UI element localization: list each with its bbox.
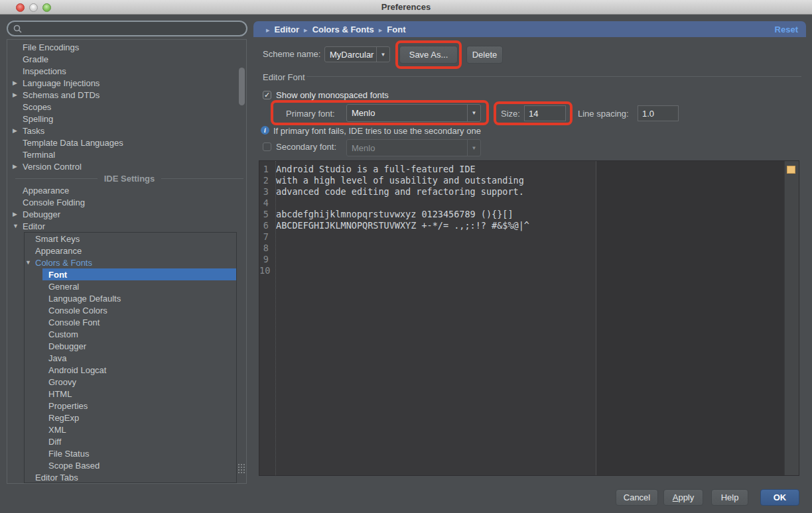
preview-line: 6 ABCDEFGHIJKLMNOPQRSTUVWXYZ +-*/= .,;:!…	[259, 220, 799, 231]
help-button[interactable]: Help	[711, 489, 748, 506]
tree-item[interactable]: HTML	[25, 388, 236, 400]
breadcrumb-item[interactable]: Editor	[261, 25, 299, 34]
tree-item[interactable]: RegExp	[25, 412, 236, 424]
tree-item[interactable]: Language Defaults	[25, 292, 236, 304]
secondary-font-checkbox[interactable]	[263, 142, 271, 151]
save-as-button[interactable]: Save As...	[399, 46, 458, 64]
tree-item[interactable]: Console Colors	[25, 304, 236, 316]
tree-item[interactable]: Inspections	[7, 65, 246, 77]
settings-search-box[interactable]	[7, 21, 247, 36]
title-bar: Preferences	[0, 0, 812, 15]
tree-item[interactable]: IDE Settings	[7, 172, 246, 184]
search-input[interactable]	[25, 24, 224, 34]
settings-tree: File Encodings Gradle Inspections Langua…	[7, 41, 246, 232]
section-title: Editor Font	[263, 72, 305, 82]
tree-item[interactable]: Diff	[25, 435, 236, 447]
tree-item[interactable]: Groovy	[25, 376, 236, 388]
size-field[interactable]: 14	[524, 105, 566, 121]
tree-item[interactable]: Spelling	[7, 113, 246, 125]
chevron-down-icon[interactable]: ▼	[376, 47, 389, 62]
breadcrumb-item[interactable]: Colors & Fonts	[299, 25, 374, 34]
tree-item[interactable]: Template Data Languages	[7, 137, 246, 148]
preferences-window: Preferences File Encodings Gradle Inspec…	[0, 0, 812, 513]
tree-item[interactable]: Schemas and DTDs	[7, 89, 246, 101]
preview-line: 9	[259, 254, 799, 265]
preview-line: 2 with a high level of usability and out…	[259, 175, 799, 186]
cancel-button[interactable]: Cancel	[616, 489, 658, 506]
tree-item[interactable]: Colors & Fonts	[25, 256, 236, 268]
tree-item[interactable]: Properties	[25, 400, 236, 412]
expand-arrow-icon[interactable]	[13, 80, 23, 86]
expand-arrow-icon[interactable]	[13, 223, 23, 229]
tree-item[interactable]: Editor	[7, 220, 246, 232]
ok-button[interactable]: OK	[760, 489, 799, 506]
stripe-marker[interactable]	[787, 166, 795, 174]
secondary-font-combobox: Menlo ▼	[346, 139, 481, 156]
preview-lines: 1 Android Studio is a full-featured IDE …	[259, 164, 799, 276]
line-number: 9	[259, 254, 271, 265]
tree-item[interactable]: Tasks	[7, 125, 246, 137]
tree-item[interactable]: Gradle	[7, 53, 246, 65]
expand-arrow-icon[interactable]	[13, 127, 23, 134]
breadcrumb-item[interactable]: Font	[374, 25, 406, 34]
line-number: 5	[259, 209, 271, 220]
tree-item[interactable]: General	[25, 280, 236, 292]
info-icon: i	[261, 126, 269, 135]
primary-font-combobox[interactable]: Menlo ▼	[346, 104, 481, 122]
tree-item[interactable]: File Status	[25, 447, 236, 459]
line-number: 10	[259, 265, 273, 276]
secondary-font-label: Secondary font:	[276, 142, 336, 152]
preview-line: 7	[259, 231, 799, 243]
tree-item[interactable]: Language Injections	[7, 77, 246, 89]
tree-item[interactable]: Editor Tabs	[25, 471, 236, 483]
tree-item[interactable]: Console Folding	[7, 196, 246, 208]
tree-item[interactable]: XML	[25, 424, 236, 435]
chevron-down-icon[interactable]: ▼	[467, 105, 480, 121]
line-spacing-field[interactable]: 1.0	[638, 105, 679, 121]
delete-button[interactable]: Delete	[466, 46, 503, 64]
expand-arrow-icon[interactable]	[13, 211, 23, 217]
tree-item[interactable]: File Encodings	[7, 41, 246, 53]
line-number: 7	[259, 231, 271, 243]
expand-arrow-icon[interactable]	[13, 91, 23, 98]
settings-sidebar: File Encodings Gradle Inspections Langua…	[7, 39, 247, 484]
scheme-name-value: MyDarcular	[325, 50, 376, 60]
tree-item[interactable]: Smart Keys	[25, 233, 236, 245]
expand-arrow-icon[interactable]	[25, 259, 35, 266]
section-divider	[306, 76, 801, 77]
tree-item[interactable]: Java	[25, 352, 236, 364]
font-preview-editor[interactable]: 1 Android Studio is a full-featured IDE …	[259, 160, 799, 476]
preview-line: 10	[259, 265, 799, 276]
line-number: 2	[259, 175, 271, 186]
primary-font-value: Menlo	[347, 108, 467, 118]
preview-line: 8	[259, 243, 799, 254]
size-label: Size:	[501, 109, 520, 119]
tree-item[interactable]: Console Font	[25, 316, 236, 328]
tree-item[interactable]: Scopes	[7, 101, 246, 113]
monospaced-checkbox[interactable]: ✓	[263, 91, 271, 99]
reset-link[interactable]: Reset	[775, 25, 798, 34]
tree-item[interactable]: Scope Based	[25, 459, 236, 471]
search-icon	[13, 25, 22, 33]
tree-item[interactable]: Android Logcat	[25, 364, 236, 376]
apply-button[interactable]: Apply	[663, 489, 703, 506]
tree-item[interactable]: Terminal	[7, 148, 246, 160]
tree-item[interactable]: Appearance	[7, 184, 246, 196]
scheme-name-label: Scheme name:	[263, 49, 320, 59]
window-title: Preferences	[0, 2, 812, 12]
scheme-name-combobox[interactable]: MyDarcular ▼	[324, 46, 390, 62]
sidebar-resize-grip[interactable]	[237, 463, 245, 475]
line-number: 6	[259, 220, 271, 231]
tree-item[interactable]: Custom	[25, 328, 236, 340]
preview-line: 3 advanced code editing and refactoring …	[259, 186, 799, 198]
tree-item[interactable]: Appearance	[25, 245, 236, 256]
tree-item[interactable]: Debugger	[25, 340, 236, 352]
preview-line: 4	[259, 198, 799, 209]
breadcrumb-bar: EditorColors & FontsFont Reset	[253, 21, 806, 37]
secondary-font-value: Menlo	[347, 143, 467, 153]
tree-item[interactable]: Version Control	[7, 160, 246, 172]
sidebar-scrollbar-thumb[interactable]	[239, 68, 245, 105]
tree-item[interactable]: Font	[25, 268, 236, 280]
tree-item[interactable]: Debugger	[7, 208, 246, 220]
expand-arrow-icon[interactable]	[13, 163, 23, 170]
